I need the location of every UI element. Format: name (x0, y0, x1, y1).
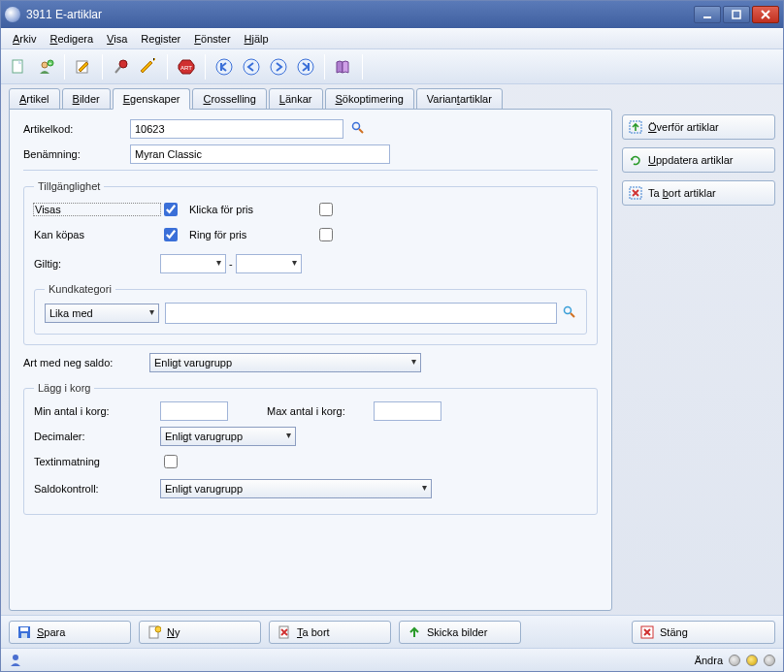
tool-user-add-icon[interactable]: + (34, 55, 57, 79)
kundkategori-legend: Kundkategori (45, 283, 115, 295)
kankopas-checkbox[interactable] (164, 228, 178, 241)
svg-point-15 (565, 307, 572, 314)
status-led-1 (729, 655, 740, 666)
app-window: 3911 E-artiklar Arkiv Redigera Visa Regi… (0, 0, 784, 672)
svg-point-12 (271, 59, 286, 75)
group-laggikorg: Lägg i korg Min antal i korg: Max antal … (23, 382, 598, 515)
tool-pencil-star-icon[interactable] (137, 55, 160, 79)
tab-egenskaper[interactable]: Egenskaper (113, 88, 191, 110)
tool-nav-first-icon[interactable] (212, 55, 236, 79)
menu-redigera[interactable]: Redigera (44, 31, 99, 47)
delete-grid-icon (629, 186, 642, 200)
visas-checkbox[interactable] (164, 203, 178, 216)
svg-text:+: + (49, 60, 52, 66)
tabort-artiklar-button[interactable]: Ta bort artiklar (622, 180, 775, 206)
save-icon (17, 625, 31, 639)
visas-label: Visas (34, 204, 160, 215)
svg-point-10 (216, 59, 232, 75)
tab-artikel[interactable]: Artikel (9, 88, 60, 110)
skicka-bilder-button[interactable]: Skicka bilder (399, 621, 521, 644)
menubar: Arkiv Redigera Visa Register Fönster Hjä… (1, 28, 783, 49)
status-led-3 (764, 655, 775, 666)
tab-lankar[interactable]: Länkar (269, 88, 323, 110)
giltig-label: Giltig: (34, 258, 160, 270)
minantal-label: Min antal i korg: (34, 405, 160, 417)
maxantal-input[interactable] (374, 401, 441, 421)
giltig-sep: - (226, 258, 236, 270)
kundkategori-value-input[interactable] (165, 303, 557, 324)
tool-nav-next-icon[interactable] (267, 55, 290, 79)
klicka-label: Klicka för pris (189, 204, 315, 215)
status-led-2 (746, 655, 758, 666)
decimaler-combo[interactable]: Enligt varugrupp (160, 427, 296, 446)
statusbar: Ändra (1, 648, 783, 671)
new-icon (147, 625, 161, 639)
tab-crosselling[interactable]: Crosselling (192, 88, 266, 110)
kundkategori-operator-combo[interactable]: Lika med (45, 304, 159, 323)
refresh-icon (629, 153, 642, 167)
svg-rect-20 (21, 633, 27, 638)
status-user-icon (9, 653, 22, 668)
tab-strip: Artikel Bilder Egenskaper Crosselling Lä… (9, 88, 775, 110)
svg-point-22 (155, 626, 161, 632)
tool-art-stop-icon[interactable]: ART (175, 55, 198, 79)
tab-variantartiklar[interactable]: Variantartiklar (416, 88, 503, 110)
menu-arkiv[interactable]: Arkiv (7, 31, 42, 47)
textinmatning-label: Textinmatning (34, 456, 160, 467)
artikelkod-search-icon[interactable] (351, 121, 365, 137)
spara-button[interactable]: Spara (9, 621, 131, 644)
tool-nav-prev-icon[interactable] (240, 55, 263, 79)
uppdatera-artiklar-button[interactable]: Uppdatera artiklar (622, 147, 775, 173)
tabort-button[interactable]: Ta bort (269, 621, 391, 644)
send-up-icon (408, 625, 421, 639)
maxantal-label: Max antal i korg: (267, 405, 374, 417)
benamning-input[interactable] (130, 144, 390, 164)
textinmatning-checkbox[interactable] (164, 455, 178, 468)
svg-point-3 (42, 62, 48, 68)
artneg-label: Art med neg saldo: (23, 357, 149, 368)
window-maximize-button[interactable] (723, 6, 750, 23)
window-title: 3911 E-artiklar (26, 8, 692, 21)
form-panel: Artikelkod: Benämning: Tillgänglighet Vi… (9, 109, 612, 611)
artikelkod-input[interactable] (130, 119, 343, 139)
group-kundkategori: Kundkategori Lika med (34, 283, 587, 335)
giltig-from-input[interactable] (160, 254, 226, 273)
svg-point-13 (298, 59, 313, 75)
bottom-bar: Spara Ny Ta bort Skicka bilder Stäng (1, 615, 783, 648)
ring-label: Ring för pris (189, 229, 315, 240)
kankopas-label: Kan köpas (34, 229, 160, 240)
menu-register[interactable]: Register (135, 31, 186, 47)
menu-visa[interactable]: Visa (101, 31, 133, 47)
laggikorg-legend: Lägg i korg (34, 382, 94, 394)
artneg-combo[interactable]: Enligt varugrupp (149, 353, 421, 372)
kundkategori-search-icon[interactable] (563, 305, 576, 321)
overfor-artiklar-button[interactable]: Överför artiklar (622, 114, 775, 140)
tool-nav-last-icon[interactable] (294, 55, 317, 79)
tool-edit-doc-icon[interactable] (72, 55, 95, 79)
content-area: Artikel Bilder Egenskaper Crosselling Lä… (1, 84, 783, 615)
giltig-to-input[interactable] (236, 254, 302, 273)
ny-button[interactable]: Ny (139, 621, 261, 644)
klicka-checkbox[interactable] (319, 203, 333, 216)
svg-point-7 (119, 60, 127, 68)
menu-fonster[interactable]: Fönster (188, 31, 236, 47)
tool-pin-icon[interactable] (110, 55, 133, 79)
tab-sokoptimering[interactable]: Sökoptimering (325, 88, 414, 110)
window-minimize-button[interactable] (694, 6, 721, 23)
ring-checkbox[interactable] (319, 228, 333, 241)
stang-button[interactable]: Stäng (632, 621, 775, 644)
tool-new-doc-icon[interactable] (7, 55, 30, 79)
window-close-button[interactable] (752, 6, 779, 23)
benamning-label: Benämning: (23, 148, 130, 160)
minantal-input[interactable] (160, 401, 228, 421)
tab-bilder[interactable]: Bilder (62, 88, 111, 110)
toolbar: + ART (1, 49, 783, 84)
svg-rect-1 (733, 11, 740, 18)
delete-icon (278, 625, 291, 639)
artikelkod-label: Artikelkod: (23, 123, 130, 135)
svg-rect-2 (13, 60, 22, 73)
menu-hjalp[interactable]: Hjälp (239, 31, 275, 47)
saldokontroll-combo[interactable]: Enligt varugrupp (160, 479, 432, 498)
tool-book-icon[interactable] (332, 55, 355, 79)
group-tillganglighet: Tillgänglighet Visas Klicka för pris Kan… (23, 180, 598, 345)
